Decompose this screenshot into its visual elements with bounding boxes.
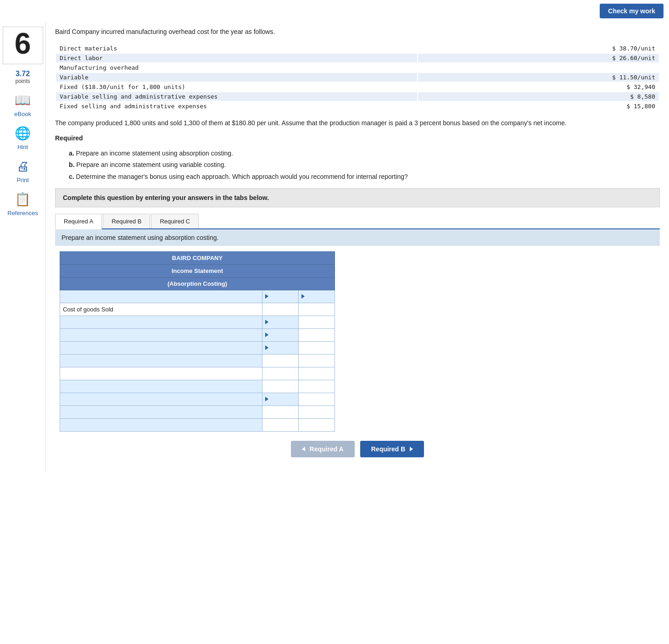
empty-cell	[299, 367, 335, 380]
table-row: Fixed ($18.30/unit for 1,800 units)$ 32,…	[56, 83, 659, 91]
income-header-row: BAIRD COMPANY	[60, 251, 335, 264]
content-area: Baird Company incurred manufacturing ove…	[46, 22, 669, 471]
sidebar-item-ebook-label: eBook	[14, 111, 31, 117]
cost-data-table: Direct materials$ 38.70/unitDirect labor…	[55, 43, 660, 111]
required-heading: Required	[55, 133, 660, 143]
input-indicator-icon	[265, 345, 268, 350]
table-row: Cost of goods Sold	[60, 303, 335, 316]
input-label-cell[interactable]	[60, 328, 262, 341]
input-label-cell[interactable]	[60, 405, 262, 418]
input-col2	[262, 418, 299, 431]
input-col2[interactable]	[262, 328, 299, 341]
table-row	[60, 393, 335, 405]
main-layout: 6 3.72 points 📖 eBook 🌐 Hint 🖨 Print 📋 R…	[0, 22, 669, 471]
sidebar-item-print[interactable]: 🖨 Print	[14, 157, 32, 183]
check-my-work-button[interactable]: Check my work	[600, 4, 663, 18]
table-row	[60, 367, 335, 380]
problem-intro: Baird Company incurred manufacturing ove…	[55, 27, 660, 37]
required-list-item: a. Prepare an income statement using abs…	[69, 148, 660, 159]
required-list: a. Prepare an income statement using abs…	[69, 148, 660, 183]
input-col3	[299, 341, 335, 354]
sidebar-item-ebook[interactable]: 📖 eBook	[14, 91, 32, 117]
print-icon: 🖨	[14, 157, 32, 175]
input-label-cell[interactable]	[60, 316, 262, 328]
sidebar-item-hint-label: Hint	[17, 144, 28, 150]
table-row: Variable selling and administrative expe…	[56, 92, 659, 101]
table-row	[60, 354, 335, 367]
points-value: 3.72	[15, 70, 30, 78]
prev-button[interactable]: Required A	[291, 441, 355, 457]
table-row: Direct materials$ 38.70/unit	[56, 44, 659, 53]
table-row	[60, 328, 335, 341]
nav-buttons: Required A Required B	[55, 441, 660, 457]
input-indicator-icon	[265, 333, 268, 337]
input-indicator-icon	[301, 294, 305, 299]
income-header-cell: (Absorption Costing)	[60, 277, 335, 290]
input-col2[interactable]	[262, 341, 299, 354]
input-col3	[299, 354, 335, 367]
sidebar-item-references-label: References	[7, 210, 38, 217]
table-row: Fixed selling and administrative expense…	[56, 102, 659, 111]
question-number: 6	[3, 29, 43, 58]
input-indicator-icon	[265, 397, 268, 401]
input-col3	[299, 316, 335, 328]
income-header-row: Income Statement	[60, 264, 335, 277]
table-row: Manufacturing overhead	[56, 63, 659, 72]
next-button-label: Required B	[371, 445, 406, 453]
table-row	[60, 341, 335, 354]
input-col3	[299, 328, 335, 341]
tab-required-b[interactable]: Required B	[103, 214, 150, 228]
sidebar-item-print-label: Print	[17, 177, 29, 183]
input-label-cell[interactable]	[60, 290, 262, 303]
table-row	[60, 316, 335, 328]
input-col2	[262, 380, 299, 393]
tab-required-c[interactable]: Required C	[151, 214, 199, 228]
table-row	[60, 380, 335, 393]
next-button[interactable]: Required B	[360, 441, 424, 457]
input-col2[interactable]	[262, 393, 299, 405]
empty-col3	[299, 303, 335, 316]
table-row	[60, 290, 335, 303]
points-label: points	[15, 78, 30, 84]
income-header-cell: Income Statement	[60, 264, 335, 277]
input-col2[interactable]	[262, 290, 299, 303]
prev-arrow-icon	[302, 447, 305, 451]
sidebar: 6 3.72 points 📖 eBook 🌐 Hint 🖨 Print 📋 R…	[0, 22, 46, 471]
tab-content-description: Prepare an income statement using absorp…	[55, 229, 660, 246]
sidebar-item-hint[interactable]: 🌐 Hint	[14, 124, 32, 150]
table-row: Variable$ 11.50/unit	[56, 73, 659, 82]
tab-required-a[interactable]: Required A	[55, 214, 102, 229]
required-list-item: c. Determine the manager's bonus using e…	[69, 171, 660, 183]
input-label-cell[interactable]	[60, 354, 262, 367]
input-col3[interactable]	[299, 290, 335, 303]
narrative-text: The company produced 1,800 units and sol…	[55, 118, 660, 128]
empty-cell	[262, 367, 299, 380]
table-row	[60, 405, 335, 418]
input-indicator-icon	[265, 294, 268, 299]
income-statement-table: BAIRD COMPANYIncome Statement(Absorption…	[60, 251, 335, 432]
input-col3	[299, 380, 335, 393]
input-label-cell[interactable]	[60, 380, 262, 393]
empty-col2	[262, 303, 299, 316]
input-col2[interactable]	[262, 316, 299, 328]
empty-cell	[60, 367, 262, 380]
sidebar-item-references[interactable]: 📋 References	[7, 190, 38, 217]
input-label-cell[interactable]	[60, 418, 262, 431]
required-list-item: b. Prepare an income statement using var…	[69, 159, 660, 171]
top-bar: Check my work	[0, 0, 669, 22]
table-row: Direct labor$ 26.60/unit	[56, 54, 659, 62]
input-col2	[262, 405, 299, 418]
input-col3	[299, 393, 335, 405]
input-label-cell[interactable]	[60, 393, 262, 405]
points-section: 3.72 points	[15, 70, 30, 84]
ebook-icon: 📖	[14, 91, 32, 109]
prev-button-label: Required A	[310, 445, 344, 453]
references-icon: 📋	[13, 190, 32, 208]
next-arrow-icon	[410, 447, 413, 451]
input-indicator-icon	[265, 320, 268, 324]
income-table-wrapper: BAIRD COMPANYIncome Statement(Absorption…	[60, 251, 335, 432]
input-col3	[299, 405, 335, 418]
income-header-row: (Absorption Costing)	[60, 277, 335, 290]
input-label-cell[interactable]	[60, 341, 262, 354]
input-col3	[299, 418, 335, 431]
